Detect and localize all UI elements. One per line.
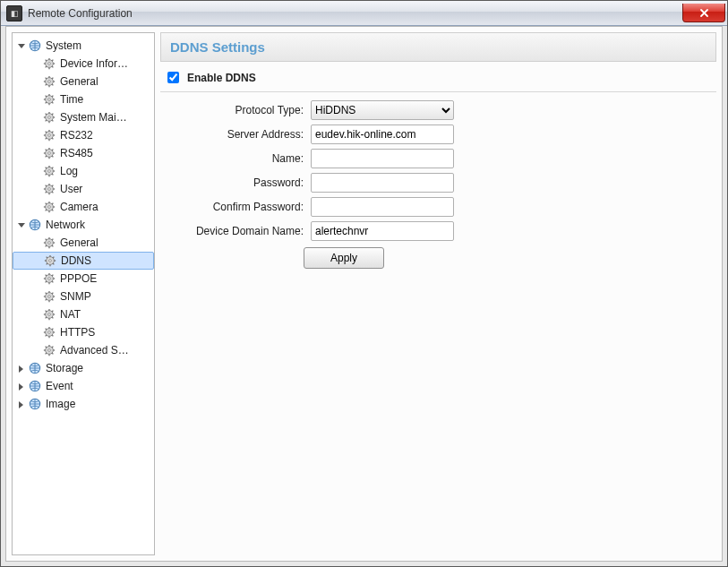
tree-item-time[interactable]: Time [13, 90, 154, 108]
row-password: Password: [160, 170, 716, 194]
server-label: Server Address: [160, 128, 311, 141]
expand-toggle[interactable] [16, 399, 26, 409]
expand-toggle[interactable] [16, 364, 26, 374]
globe-icon [28, 361, 42, 375]
tree-item-ddns[interactable]: DDNS [13, 252, 154, 270]
titlebar-left: ◧ Remote Configuration [6, 5, 133, 21]
tree-label: SNMP [60, 290, 91, 303]
name-label: Name: [160, 152, 311, 165]
tree-label: Camera [60, 201, 98, 213]
tree-label: Event [46, 380, 73, 392]
gear-icon [42, 56, 56, 71]
tree-label: RS485 [60, 147, 93, 159]
tree-label: Log [60, 165, 78, 177]
window-title: Remote Configuration [28, 7, 133, 20]
expand-toggle[interactable] [16, 41, 26, 51]
row-domain: Device Domain Name: [160, 219, 716, 243]
tree-item-system-maintenance[interactable]: System Mai… [13, 108, 154, 126]
tree-label: User [60, 183, 82, 195]
name-input[interactable] [311, 149, 454, 168]
page-title: DDNS Settings [160, 32, 716, 62]
sidebar: System Device Infor… General Time System… [12, 32, 155, 555]
tree-node-system[interactable]: System [13, 37, 154, 55]
globe-icon [28, 379, 42, 393]
titlebar: ◧ Remote Configuration [1, 1, 727, 26]
gear-icon [43, 253, 57, 268]
globe-icon [28, 39, 42, 53]
row-protocol: Protocol Type: HiDDNS [160, 98, 716, 122]
gear-icon [42, 110, 56, 125]
expand-toggle[interactable] [16, 382, 26, 391]
tree-label: Advanced S… [60, 344, 129, 357]
tree-item-rs232[interactable]: RS232 [13, 126, 154, 144]
row-apply: Apply [160, 243, 716, 273]
tree-node-image[interactable]: Image [13, 395, 154, 413]
tree-item-https[interactable]: HTTPS [13, 323, 154, 341]
tree-label: Network [46, 219, 85, 231]
apply-button[interactable]: Apply [304, 247, 384, 269]
tree-item-camera[interactable]: Camera [13, 198, 154, 216]
gear-icon [42, 307, 56, 322]
tree-item-rs485[interactable]: RS485 [13, 144, 154, 162]
gear-icon [42, 271, 56, 286]
gear-icon [42, 289, 56, 304]
row-confirm: Confirm Password: [160, 194, 716, 219]
gear-icon [42, 325, 56, 339]
close-button[interactable] [682, 4, 725, 22]
tree-label: Time [60, 93, 83, 106]
tree-label: General [60, 75, 98, 88]
tree-item-device-info[interactable]: Device Infor… [13, 55, 154, 73]
tree-item-log[interactable]: Log [13, 162, 154, 180]
tree-label: System Mai… [60, 111, 127, 124]
tree-label: NAT [60, 308, 81, 321]
enable-ddns-checkbox[interactable] [167, 72, 179, 83]
gear-icon [42, 92, 56, 107]
tree-item-nat[interactable]: NAT [13, 305, 154, 323]
protocol-label: Protocol Type: [160, 104, 311, 116]
tree-item-user[interactable]: User [13, 180, 154, 198]
globe-icon [28, 397, 42, 411]
gear-icon [42, 200, 56, 214]
password-input[interactable] [311, 173, 454, 193]
expand-toggle[interactable] [16, 220, 26, 230]
row-name: Name: [160, 146, 716, 170]
gear-icon [42, 236, 56, 250]
device-domain-input[interactable] [311, 221, 454, 241]
gear-icon [42, 182, 56, 196]
row-server: Server Address: [160, 122, 716, 146]
main-panel: DDNS Settings Enable DDNS Protocol Type:… [160, 32, 716, 555]
tree-item-net-general[interactable]: General [13, 234, 154, 252]
domain-label: Device Domain Name: [160, 225, 311, 237]
client-area: System Device Infor… General Time System… [5, 26, 723, 562]
enable-row: Enable DDNS [160, 62, 716, 92]
enable-ddns-label: Enable DDNS [187, 72, 256, 84]
confirm-password-label: Confirm Password: [160, 201, 311, 213]
tree-node-network[interactable]: Network [13, 216, 154, 234]
tree-label: DDNS [61, 254, 91, 267]
tree-label: Storage [46, 362, 83, 374]
tree-label: General [60, 236, 98, 249]
gear-icon [42, 128, 56, 142]
protocol-select[interactable]: HiDDNS [311, 100, 454, 120]
confirm-password-input[interactable] [311, 197, 454, 217]
gear-icon [42, 74, 56, 89]
tree-label: System [46, 39, 81, 52]
gear-icon [42, 146, 56, 160]
server-address-input[interactable] [311, 125, 454, 144]
tree-label: HTTPS [60, 326, 95, 339]
window: ◧ Remote Configuration System Device Inf… [0, 0, 728, 567]
tree-item-general[interactable]: General [13, 73, 154, 90]
tree-label: Device Infor… [60, 57, 128, 70]
tree-label: RS232 [60, 129, 93, 142]
tree-label: Image [46, 398, 75, 410]
tree: System Device Infor… General Time System… [13, 33, 154, 417]
tree-item-snmp[interactable]: SNMP [13, 288, 154, 305]
globe-icon [28, 218, 42, 232]
gear-icon [42, 164, 56, 178]
app-icon: ◧ [6, 5, 22, 21]
tree-item-advanced-settings[interactable]: Advanced S… [13, 341, 154, 359]
tree-item-pppoe[interactable]: PPPOE [13, 270, 154, 288]
tree-label: PPPOE [60, 272, 97, 285]
tree-node-storage[interactable]: Storage [13, 359, 154, 377]
tree-node-event[interactable]: Event [13, 377, 154, 395]
